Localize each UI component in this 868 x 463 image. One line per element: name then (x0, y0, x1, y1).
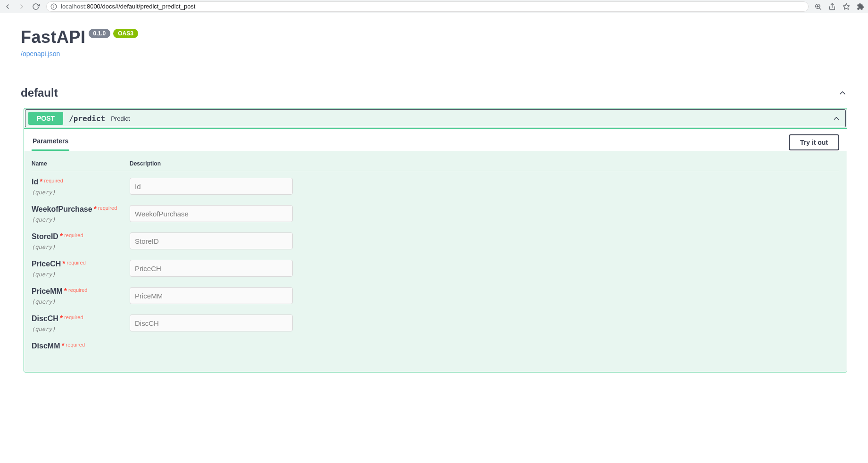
required-label: required (64, 314, 83, 320)
param-name: PriceMM (32, 287, 63, 295)
star-icon[interactable] (843, 3, 850, 10)
required-star: * (64, 287, 67, 295)
parameter-row: WeekofPurchase*required(query) (32, 198, 839, 226)
method-badge: POST (28, 112, 63, 125)
required-star: * (94, 205, 97, 213)
required-label: required (98, 205, 117, 211)
svg-line-6 (819, 8, 821, 9)
section-header[interactable]: default (21, 86, 847, 99)
param-name: DiscCH (32, 314, 58, 322)
tab-parameters[interactable]: Parameters (32, 133, 69, 151)
required-star: * (62, 260, 65, 268)
extensions-icon[interactable] (857, 3, 864, 10)
required-label: required (44, 178, 63, 183)
try-it-out-button[interactable]: Try it out (789, 134, 839, 150)
chevron-up-icon (838, 88, 847, 98)
param-location: (query) (32, 244, 130, 250)
param-input[interactable] (130, 205, 293, 222)
parameter-row: PriceMM*required(query) (32, 281, 839, 308)
back-button[interactable] (4, 3, 11, 10)
browser-toolbar: localhost:8000/docs#/default/predict_pre… (0, 0, 868, 13)
reload-button[interactable] (32, 3, 40, 10)
api-title: FastAPI (21, 27, 86, 47)
parameter-row: StoreID*required(query) (32, 226, 839, 253)
required-star: * (60, 232, 63, 240)
parameter-row: DiscCH*required(query) (32, 308, 839, 335)
required-star: * (60, 314, 63, 322)
zoom-icon[interactable] (814, 3, 822, 10)
column-header-name: Name (32, 160, 130, 167)
parameter-row: DiscMM*required (32, 335, 839, 353)
required-label: required (68, 287, 87, 293)
oas-badge: OAS3 (113, 29, 138, 38)
site-info-icon[interactable] (50, 3, 57, 10)
share-icon[interactable] (828, 3, 836, 10)
version-badge: 0.1.0 (89, 29, 111, 38)
param-input[interactable] (130, 287, 293, 304)
param-location: (query) (32, 326, 130, 332)
param-input[interactable] (130, 314, 293, 331)
operation-summary[interactable]: POST /predict Predict (25, 109, 846, 127)
openapi-link[interactable]: /openapi.json (21, 50, 60, 58)
param-name: DiscMM (32, 342, 60, 350)
param-input[interactable] (130, 178, 293, 195)
param-location: (query) (32, 216, 130, 223)
svg-marker-8 (843, 3, 849, 9)
required-label: required (64, 232, 83, 238)
forward-button[interactable] (18, 3, 25, 10)
operation-block: POST /predict Predict Parameters Try it … (24, 108, 847, 372)
param-input[interactable] (130, 232, 293, 249)
param-name: Id (32, 178, 38, 186)
parameter-row: PriceCH*required(query) (32, 253, 839, 281)
chevron-up-icon (832, 114, 843, 123)
required-label: required (66, 260, 85, 265)
operation-path: /predict (69, 114, 105, 123)
required-label: required (66, 342, 85, 347)
param-name: StoreID (32, 232, 58, 240)
required-star: * (40, 178, 42, 186)
param-location: (query) (32, 298, 130, 305)
param-input[interactable] (130, 260, 293, 277)
column-header-description: Description (130, 160, 839, 167)
url-text: localhost:8000/docs#/default/predict_pre… (61, 3, 804, 10)
param-name: WeekofPurchase (32, 205, 92, 213)
parameter-row: Id*required(query) (32, 171, 839, 198)
address-bar[interactable]: localhost:8000/docs#/default/predict_pre… (46, 1, 809, 12)
section-title: default (21, 86, 58, 99)
param-name: PriceCH (32, 260, 61, 268)
operation-summary-text: Predict (111, 115, 130, 122)
param-location: (query) (32, 271, 130, 278)
required-star: * (61, 342, 64, 350)
param-location: (query) (32, 189, 130, 196)
